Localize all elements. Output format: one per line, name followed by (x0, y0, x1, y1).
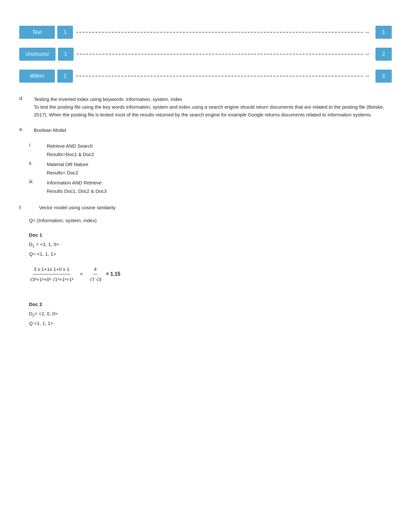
section-d: d. Testing the inverted index using keyw… (19, 95, 392, 119)
num-text: 1 (57, 26, 73, 39)
section-f-label: f. (19, 205, 34, 210)
doc1-q: Q= <1, 1, 1> (29, 250, 392, 258)
dashed-line-within: → (76, 72, 370, 80)
result-unstructur: 2 (376, 48, 392, 61)
doc2-q: Q <1, 1, 1> (29, 319, 392, 328)
denom-left: √3²+1²+0² (30, 277, 51, 282)
dashed-inner-unstructur (77, 54, 363, 54)
label-unstructur: Unstructur (19, 48, 55, 61)
doc1-d-letter: D (29, 241, 33, 247)
right-den-right: √3 (96, 277, 102, 282)
section-e: e. Boolean Model i. Retrieve AND Search … (19, 126, 392, 195)
bool-content-ii: Material OR Nature Results= Doc2 (47, 160, 88, 177)
bool-content-i: Retrieve AND Search Results=Doc1 & Doc2 (47, 142, 94, 158)
label-text: Text (19, 26, 55, 39)
arrow-within: → (363, 72, 370, 80)
result-within: 2 (376, 70, 392, 83)
vector-content: Q= (Information, system, index) Doc 1 D1… (29, 216, 392, 328)
section-e-header: e. Boolean Model (19, 126, 392, 134)
bool-item-iii: iii. Information AND Retrieve Results Do… (29, 179, 392, 195)
bool-roman-ii: ii. (29, 160, 47, 177)
section-e-label: e. (19, 126, 34, 134)
formula-numerator: 3 x 1+1x 1+0 x 1 (33, 265, 70, 274)
section-d-body: To test the posting file using the key w… (34, 104, 384, 117)
dashed-line-text: → (76, 28, 370, 36)
bool-roman-iii: iii. (29, 179, 47, 195)
doc1-label: Doc 1 (29, 231, 392, 239)
formula-denominator: √3²+1²+0² √1²+1²+1² (29, 274, 74, 284)
doc2-d-val: = <2, 0, 0> (34, 311, 58, 316)
bool-line1-i: Retrieve AND Search (47, 143, 93, 149)
doc1-d-val: = <3, 1, 0> (34, 241, 59, 247)
num-within: 1 (57, 70, 73, 83)
formula-right-num: 4 (93, 265, 97, 274)
boolean-sublist: i. Retrieve AND Search Results=Doc1 & Do… (29, 142, 392, 195)
result-text: 1 (376, 26, 392, 39)
fraction-right: 4 √7 √3 (89, 265, 102, 284)
label-within: Within (19, 70, 55, 83)
bool-roman-i: i. (29, 142, 47, 158)
bool-line2-ii: Results= Doc2 (47, 170, 78, 175)
bool-line2-i: Results=Doc1 & Doc2 (47, 152, 94, 157)
right-den-left: √7 (89, 277, 95, 282)
fraction-left: 3 x 1+1x 1+0 x 1 √3²+1²+0² √1²+1²+1² (29, 265, 74, 284)
section-f-header: f. Vector model using cosine similarity (19, 205, 392, 210)
denom-right: √1²+1²+1² (52, 277, 73, 282)
section-d-title: Testing the inverted index using keyword… (34, 96, 182, 102)
bool-content-iii: Information AND Retrieve Results Doc1, D… (47, 179, 107, 195)
section-d-item: d. Testing the inverted index using keyw… (19, 95, 392, 119)
formula-right-den: √7 √3 (89, 274, 102, 284)
num-unstructur: 1 (58, 48, 73, 61)
bool-line2-iii: Results Doc1, Doc2 & Doc3 (47, 188, 107, 194)
doc2-label: Doc 2 (29, 300, 392, 309)
query-line: Q= (Information, system, index) (29, 216, 392, 225)
diagram-row-unstructur: Unstructur 1 → 2 (19, 48, 392, 61)
arrow-text: → (363, 28, 370, 36)
formula-result: = 1.15 (106, 270, 120, 279)
doc2-d2: D2= <2, 0, 0> (29, 309, 392, 319)
arrow-unstructur: → (363, 50, 370, 58)
section-e-title: Boolean Model (34, 126, 392, 134)
bool-line1-iii: Information AND Retrieve (47, 180, 102, 185)
equals-sign: = (80, 270, 83, 279)
diagram-row-text: Text 1 → 1 (19, 26, 392, 39)
bool-item-ii: ii. Material OR Nature Results= Doc2 (29, 160, 392, 177)
diagram-section: Text 1 → 1 Unstructur 1 → 2 Within 1 → 2 (19, 26, 392, 83)
section-f-title: Vector model using cosine similarity (39, 205, 116, 210)
dashed-inner-within (76, 76, 363, 76)
doc1-d1: D1 = <3, 1, 0> (29, 240, 392, 250)
section-f: f. Vector model using cosine similarity … (19, 205, 392, 328)
formula-wrap: 3 x 1+1x 1+0 x 1 √3²+1²+0² √1²+1²+1² = 4… (29, 265, 392, 284)
section-d-label: d. (19, 95, 34, 119)
bool-item-i: i. Retrieve AND Search Results=Doc1 & Do… (29, 142, 392, 158)
bool-line1-ii: Material OR Nature (47, 162, 88, 167)
dashed-line-unstructur: → (77, 50, 370, 58)
section-d-content: Testing the inverted index using keyword… (34, 95, 392, 119)
diagram-row-within: Within 1 → 2 (19, 70, 392, 83)
dashed-inner-text (76, 32, 363, 33)
doc2-d-letter: D (29, 311, 33, 316)
